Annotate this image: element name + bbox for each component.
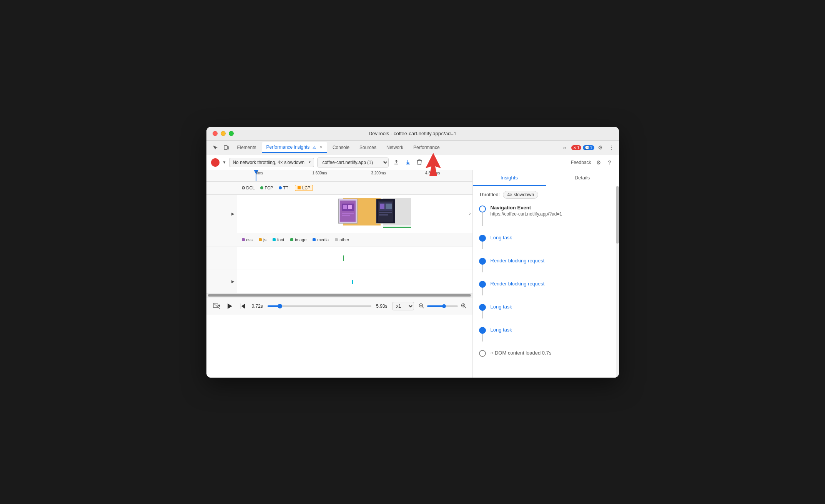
zoom-thumb[interactable] [442, 304, 446, 308]
tab-sources[interactable]: Sources [355, 143, 381, 153]
tti-label: TTI [283, 186, 290, 190]
connector-render2 [479, 280, 486, 295]
svg-rect-5 [343, 205, 347, 209]
long-task-1-link[interactable]: Long task [491, 235, 512, 240]
svg-rect-8 [342, 215, 350, 216]
connector-navigation [479, 205, 486, 226]
scrollbar-thumb[interactable] [208, 294, 471, 297]
network-row-1 [206, 247, 472, 270]
expand-network-icon[interactable]: ▶ [231, 279, 235, 284]
screenshot-toggle-icon[interactable] [213, 302, 221, 310]
tab-performance[interactable]: Performance [409, 143, 444, 153]
lt3-circle [479, 327, 486, 334]
line-2 [482, 242, 483, 249]
more-tabs-icon[interactable]: » [559, 142, 570, 153]
long-task-2-link[interactable]: Long task [491, 304, 512, 310]
tti-dot [279, 186, 282, 189]
progress-thumb[interactable] [278, 304, 282, 308]
dashed-line-2 [343, 247, 343, 270]
record-dropdown-icon[interactable]: ▼ [223, 160, 226, 164]
delete-icon[interactable] [415, 158, 424, 167]
render-blocking-1-link[interactable]: Render blocking request [491, 258, 545, 264]
other-color [335, 238, 338, 241]
tab-console[interactable]: Console [328, 143, 354, 153]
nav-title: Navigation Event [491, 205, 613, 211]
svg-rect-7 [342, 213, 354, 214]
svg-marker-19 [241, 303, 245, 309]
tab-details[interactable]: Details [546, 170, 619, 186]
tab-warning-icon: ⚠ [313, 145, 316, 149]
maximize-button[interactable] [229, 131, 234, 136]
scrollbar-track[interactable] [208, 294, 471, 297]
close-button[interactable] [213, 131, 218, 136]
lt2-circle [479, 304, 486, 311]
feedback-link[interactable]: Feedback [571, 160, 591, 165]
media-label: media [317, 237, 329, 242]
font-color [273, 238, 276, 241]
throttle-select[interactable]: No network throttling, 4× slowdown [229, 158, 314, 167]
more-options-icon[interactable]: ⋮ [607, 143, 616, 152]
svg-line-22 [422, 307, 424, 308]
legend-left [206, 233, 237, 247]
record-button[interactable] [211, 158, 220, 167]
settings-icon[interactable]: ⚙ [596, 143, 605, 152]
milestone-fcp: FCP [260, 186, 273, 190]
download-icon[interactable] [403, 158, 412, 167]
url-select[interactable]: coffee-cart.netlify.app (1) [317, 158, 389, 167]
legend-css: css [242, 237, 253, 242]
lcp-square [298, 186, 301, 189]
dcl-label: DCL [246, 186, 255, 190]
speed-select[interactable]: x1 x0.5 x2 [392, 302, 414, 310]
skip-to-start-button[interactable] [239, 302, 247, 310]
network-bar-cyan [352, 280, 353, 284]
ruler-3200ms: 3,200ms [371, 171, 386, 175]
minimize-button[interactable] [221, 131, 226, 136]
timeline-item-long-task-2: Long task [479, 303, 613, 318]
toolbar-icons [392, 158, 424, 167]
line-4 [482, 288, 483, 295]
zoom-out-icon[interactable] [419, 303, 424, 310]
svg-rect-13 [379, 212, 392, 213]
play-button[interactable] [226, 302, 234, 310]
progress-track[interactable] [268, 305, 371, 307]
svg-marker-16 [218, 304, 220, 307]
zoom-in-icon[interactable] [461, 303, 466, 310]
tab-insights[interactable]: Insights [473, 170, 546, 186]
js-label: js [263, 237, 266, 242]
chat-icon: 💬 [585, 146, 589, 150]
expand-right-icon[interactable]: › [469, 211, 471, 216]
ruler-area: 0ms 1,600ms 3,200ms 4,800ms [237, 170, 472, 181]
ruler-1600ms: 1,600ms [312, 171, 327, 175]
svg-rect-1 [227, 147, 229, 149]
tab-close-icon[interactable]: ✕ [319, 145, 323, 149]
svg-rect-14 [379, 214, 388, 216]
help-icon[interactable]: ? [605, 158, 614, 167]
milestones-area: DCL FCP TTI LCP [237, 182, 472, 194]
timeline-scrollbar[interactable] [206, 293, 472, 298]
expand-paint-icon[interactable]: ▶ [231, 212, 235, 216]
panel-scrollbar-thumb[interactable] [616, 186, 619, 244]
tab-network[interactable]: Network [382, 143, 408, 153]
connector-lt3 [479, 326, 486, 342]
toolbar-right-icons: ⚙ ? [594, 158, 614, 167]
svg-line-25 [464, 307, 466, 308]
tab-elements[interactable]: Elements [233, 143, 261, 153]
tab-performance-insights[interactable]: Performance insights ⚠ ✕ [262, 142, 327, 153]
device-icon[interactable] [221, 142, 232, 153]
zoom-track[interactable] [427, 305, 458, 307]
tab-more: » ✕ 1 💬 1 ⚙ ⋮ [559, 142, 615, 153]
image-label: image [295, 237, 306, 242]
url-select-wrapper: coffee-cart.netlify.app (1) [317, 158, 389, 167]
nav-circle [479, 206, 486, 212]
render-blocking-2-link[interactable]: Render blocking request [491, 281, 545, 287]
long-task-3-link[interactable]: Long task [491, 327, 512, 333]
window-title: DevTools - coffee-cart.netlify.app/?ad=1 [369, 131, 456, 136]
cursor-icon[interactable] [210, 142, 220, 153]
lcp-badge: LCP [295, 185, 313, 191]
error-icon: ✕ [573, 146, 576, 150]
media-color [313, 238, 316, 241]
render1-content: Render blocking request [491, 257, 613, 264]
panel-scrollbar[interactable] [616, 186, 619, 378]
upload-icon[interactable] [392, 158, 401, 167]
settings-gear-icon[interactable]: ⚙ [594, 158, 604, 167]
